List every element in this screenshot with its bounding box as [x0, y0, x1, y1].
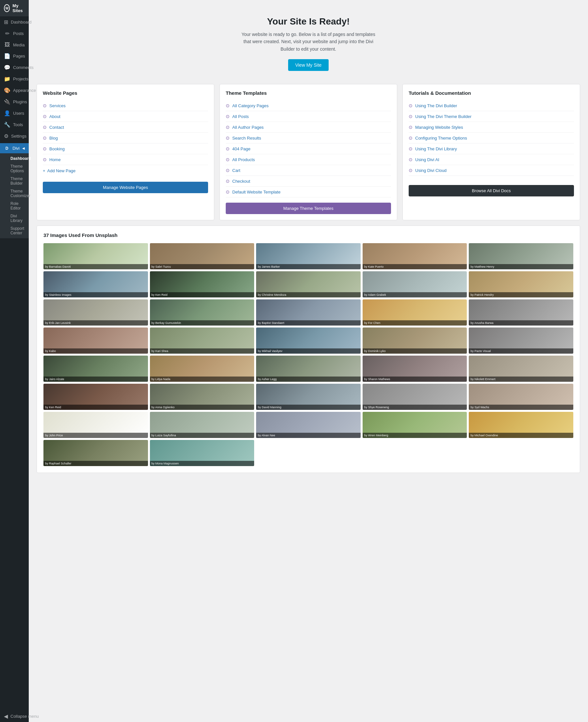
image-item-31[interactable]: by Luiza Sayfullina [150, 412, 254, 438]
image-item-9[interactable]: by Patrick Hendry [469, 271, 573, 297]
tutorial-link-2[interactable]: ⊙ Managing Website Styles [409, 122, 574, 133]
image-item-11[interactable]: by Berkay Gumustekin [150, 300, 254, 326]
image-item-20[interactable]: by Jairo Alzate [43, 356, 148, 382]
template-link-8[interactable]: ⊙ Default Website Template [226, 187, 391, 198]
divi-sub-theme-customizer[interactable]: Theme Customizer [0, 187, 29, 200]
divi-sub-role-editor[interactable]: Role Editor [0, 200, 29, 212]
template-link-5[interactable]: ⊙ All Products [226, 154, 391, 165]
image-item-0[interactable]: by Barnabas Davoti [43, 243, 148, 269]
manage-theme-templates-button[interactable]: Manage Theme Templates [226, 203, 391, 214]
image-item-17[interactable]: by Mikhail Vasilyev [256, 328, 361, 354]
divi-sub-support-center[interactable]: Support Center [0, 225, 29, 237]
image-item-16[interactable]: by Kari Shea [150, 328, 254, 354]
sidebar-item-comments[interactable]: 💬 Comments [0, 62, 29, 73]
sidebar-item-media[interactable]: 🖼 Media [0, 39, 29, 50]
image-item-18[interactable]: by Dominik Lyko [363, 328, 467, 354]
tutorial-link-6[interactable]: ⊙ Using Divi Cloud [409, 165, 574, 176]
template-link-6[interactable]: ⊙ Cart [226, 165, 391, 176]
image-item-24[interactable]: by Nikolett Emmert [469, 356, 573, 382]
browse-divi-docs-button[interactable]: Browse All Divi Docs [409, 185, 574, 197]
page-link-contact[interactable]: ⊙ Contact [43, 122, 208, 133]
image-item-6[interactable]: by Ken Reid [150, 271, 254, 297]
image-item-22[interactable]: by Asher Legg [256, 356, 361, 382]
image-label-16: by Kari Shea [150, 348, 254, 354]
tutorial-link-4[interactable]: ⊙ Using The Divi Library [409, 143, 574, 154]
image-item-4[interactable]: by Matthew Henry [469, 243, 573, 269]
image-label-31: by Luiza Sayfullina [150, 433, 254, 438]
image-item-33[interactable]: by Wren Meinberg [363, 412, 467, 438]
image-item-15[interactable]: by Kabo [43, 328, 148, 354]
image-label-9: by Patrick Hendry [469, 292, 573, 297]
collapse-menu-button[interactable]: ◀ Collapse menu [0, 710, 29, 722]
image-item-5[interactable]: by Stainless Images [43, 271, 148, 297]
image-item-12[interactable]: by Baptist Standaert [256, 300, 361, 326]
divi-sub-theme-builder[interactable]: Theme Builder [0, 175, 29, 187]
sidebar-item-appearance[interactable]: 🎨 Appearance [0, 85, 29, 96]
sidebar-logo[interactable]: W My Sites [0, 0, 29, 16]
template-link-1[interactable]: ⊙ All Posts [226, 111, 391, 122]
template-icon-3: ⊙ [226, 135, 230, 141]
template-link-2[interactable]: ⊙ All Author Pages [226, 122, 391, 133]
template-icon-8: ⊙ [226, 189, 230, 194]
template-label-3: Search Results [232, 136, 261, 141]
image-item-35[interactable]: by Raphael Schaller [43, 440, 148, 466]
image-item-36[interactable]: by Mona Magnussen [150, 440, 254, 466]
manage-website-pages-button[interactable]: Manage Website Pages [43, 182, 208, 193]
template-link-4[interactable]: ⊙ 404 Page [226, 143, 391, 154]
image-item-34[interactable]: by Michael Oxendine [469, 412, 573, 438]
page-link-blog[interactable]: ⊙ Blog [43, 133, 208, 143]
sidebar-item-projects[interactable]: 📁 Projects [0, 73, 29, 85]
add-new-page-link[interactable]: + Add New Page [43, 165, 208, 177]
image-item-8[interactable]: by Adam Grabek [363, 271, 467, 297]
sidebar-item-divi[interactable]: D Divi ◀ [0, 143, 29, 153]
template-link-3[interactable]: ⊙ Search Results [226, 133, 391, 143]
page-link-about[interactable]: ⊙ About [43, 111, 208, 122]
image-item-2[interactable]: by James Barker [256, 243, 361, 269]
image-item-19[interactable]: by Pacto Visual [469, 328, 573, 354]
image-item-13[interactable]: by For Chen [363, 300, 467, 326]
image-item-10[interactable]: by Erik-Jan Leusink [43, 300, 148, 326]
divi-sub-divi-library[interactable]: Divi Library [0, 212, 29, 225]
image-item-26[interactable]: by Anna Ogiienko [150, 384, 254, 410]
sidebar-item-pages[interactable]: 📄 Pages [0, 50, 29, 62]
image-item-27[interactable]: by David Manning [256, 384, 361, 410]
page-link-home[interactable]: ⊙ Home [43, 154, 208, 165]
view-site-button[interactable]: View My Site [288, 59, 329, 71]
tutorial-link-1[interactable]: ⊙ Using The Divi Theme Builder [409, 111, 574, 122]
image-item-14[interactable]: by Anusha Barwa [469, 300, 573, 326]
image-item-28[interactable]: by Shye Roseneng [363, 384, 467, 410]
image-item-21[interactable]: by Lidya Nada [150, 356, 254, 382]
sidebar-item-tools[interactable]: 🔧 Tools [0, 119, 29, 130]
image-item-7[interactable]: by Christine Mendoza [256, 271, 361, 297]
image-label-6: by Ken Reid [150, 292, 254, 297]
image-item-30[interactable]: by John Price [43, 412, 148, 438]
template-icon-0: ⊙ [226, 103, 230, 108]
image-item-1[interactable]: by Sabri Tuzcu [150, 243, 254, 269]
tutorial-label-3: Configuring Theme Options [415, 136, 467, 141]
image-label-4: by Matthew Henry [469, 264, 573, 269]
image-item-3[interactable]: by Kate Puerto [363, 243, 467, 269]
sidebar-item-dashboard[interactable]: ⊞ Dashboard [0, 16, 29, 28]
sidebar-item-posts[interactable]: ✏ Posts [0, 28, 29, 39]
tutorial-link-0[interactable]: ⊙ Using The Divi Builder [409, 100, 574, 111]
page-link-services[interactable]: ⊙ Services [43, 100, 208, 111]
divi-sub-theme-options[interactable]: Theme Options [0, 162, 29, 175]
page-link-booking[interactable]: ⊙ Booking [43, 143, 208, 154]
template-link-0[interactable]: ⊙ All Category Pages [226, 100, 391, 111]
tutorial-link-3[interactable]: ⊙ Configuring Theme Options [409, 133, 574, 143]
image-item-25[interactable]: by Ken Reid [43, 384, 148, 410]
template-label-4: 404 Page [232, 146, 251, 151]
sidebar-item-settings[interactable]: ⚙ Settings [0, 130, 29, 142]
sidebar-label-appearance: Appearance [13, 88, 36, 93]
image-item-29[interactable]: by Syd Wachs [469, 384, 573, 410]
image-item-32[interactable]: by Alvan Nee [256, 412, 361, 438]
image-label-18: by Dominik Lyko [363, 348, 467, 354]
tutorial-link-5[interactable]: ⊙ Using Divi AI [409, 154, 574, 165]
image-label-20: by Jairo Alzate [43, 376, 148, 382]
sidebar-item-users[interactable]: 👤 Users [0, 107, 29, 119]
sidebar-item-plugins[interactable]: 🔌 Plugins [0, 96, 29, 107]
divi-sub-dashboard[interactable]: Dashboard [0, 154, 29, 162]
template-label-7: Checkout [232, 179, 250, 184]
template-link-7[interactable]: ⊙ Checkout [226, 176, 391, 187]
image-item-23[interactable]: by Sharon Mathews [363, 356, 467, 382]
